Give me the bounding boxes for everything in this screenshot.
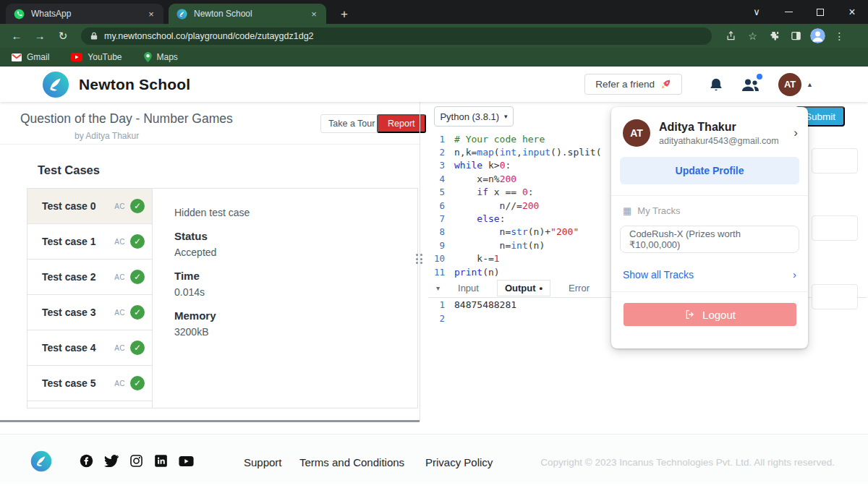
test-case-row[interactable]: Test case 0AC✓ (27, 189, 152, 224)
browser-profile-avatar[interactable] (809, 27, 827, 45)
site-header: Newton School Refer a friend AT ▲ (0, 67, 868, 102)
author-byline: by Aditya Thakur (75, 131, 139, 141)
youtube-icon[interactable] (179, 455, 194, 467)
bookmark-maps[interactable]: Maps (144, 52, 178, 62)
code-token: 200 (522, 200, 539, 211)
close-window-button[interactable]: × (836, 0, 868, 24)
youtube-icon (71, 53, 82, 61)
notification-dot (757, 74, 762, 80)
chevron-right-icon[interactable]: › (793, 126, 798, 140)
track-item[interactable]: CodeRush-X (Prizes worth ₹10,00,000) (620, 226, 799, 253)
test-case-row[interactable]: Test case 2AC✓ (27, 260, 152, 295)
instagram-icon[interactable] (129, 454, 143, 468)
accepted-check-icon: ✓ (130, 376, 145, 390)
minimize-icon (785, 12, 793, 12)
footer-link-support[interactable]: Support (244, 456, 282, 468)
line-number: 1 (428, 299, 454, 310)
verdict-label: AC (114, 273, 125, 281)
code-token: else (477, 213, 499, 224)
logout-icon (684, 309, 696, 320)
take-a-tour-button[interactable]: Take a Tour (320, 114, 383, 133)
verdict-label: AC (114, 344, 125, 352)
tab-input[interactable]: Input (458, 283, 479, 294)
code-token: n,k= (454, 147, 477, 158)
chevron-down-icon: ▾ (504, 113, 508, 120)
refer-label: Refer a friend (595, 79, 655, 90)
page-title: Question of the Day - Number Games (20, 111, 233, 127)
obscured-panel-fragment (812, 284, 858, 309)
report-button[interactable]: Report (377, 114, 426, 133)
time-label: Time (174, 270, 403, 282)
refer-a-friend-button[interactable]: Refer a friend (584, 74, 682, 95)
test-case-label: Test case 5 (42, 377, 95, 389)
maximize-button[interactable] (804, 0, 836, 24)
test-case-row[interactable]: Test case 4AC✓ (27, 330, 152, 366)
code-token: map (477, 147, 493, 158)
test-case-row[interactable]: Test case 1AC✓ (27, 224, 152, 260)
code-token (454, 213, 477, 224)
test-case-row[interactable]: Test case 5AC✓ (27, 366, 152, 401)
test-case-label: Test case 4 (42, 342, 95, 354)
menu-avatar: AT (623, 119, 650, 147)
browser-menu-kebab-icon[interactable]: ⋮ (830, 27, 848, 45)
footer-link-terms[interactable]: Terms and Conditions (299, 456, 404, 468)
linkedin-icon[interactable] (154, 454, 168, 468)
horizontal-scrollbar[interactable] (0, 420, 420, 422)
profile-email: adityathakur4543@gmail.com (659, 136, 779, 146)
logout-button[interactable]: Logout (624, 303, 796, 326)
profile-summary[interactable]: AT Aditya Thakur adityathakur4543@gmail.… (611, 107, 808, 147)
user-avatar[interactable]: AT (778, 73, 801, 96)
accepted-check-icon: ✓ (130, 341, 145, 355)
twitter-icon[interactable] (104, 455, 119, 467)
bookmark-youtube[interactable]: YouTube (71, 52, 122, 62)
share-icon[interactable] (722, 27, 740, 45)
forward-button[interactable]: → (30, 27, 49, 46)
code-token: print (454, 267, 482, 278)
test-case-label: Test case 0 (42, 200, 95, 212)
show-all-tracks-link[interactable]: Show all Tracks › (623, 268, 796, 281)
back-button[interactable]: ← (7, 27, 26, 46)
code-token: (n) (528, 240, 545, 251)
hidden-test-case-note: Hidden test case (174, 207, 403, 218)
my-tracks-label: My Tracks (637, 205, 680, 216)
community-people-button[interactable] (741, 77, 760, 92)
bookmark-label: Gmail (27, 52, 49, 62)
language-select[interactable]: Python (3.8.1) ▾ (434, 106, 514, 127)
new-tab-button[interactable]: + (336, 6, 353, 23)
panel-drag-handle[interactable] (416, 254, 422, 264)
minimize-button[interactable] (773, 0, 804, 24)
tab-close-icon[interactable]: × (308, 8, 320, 20)
tab-newton-school[interactable]: Newton School × (169, 4, 326, 24)
side-panel-icon[interactable] (787, 27, 805, 45)
footer-link-privacy[interactable]: Privacy Policy (425, 456, 493, 468)
reload-button[interactable]: ↻ (54, 27, 72, 46)
code-token: , (516, 147, 522, 158)
tab-close-icon[interactable]: × (145, 8, 157, 20)
tab-output[interactable]: Output• (497, 280, 550, 296)
update-profile-button[interactable]: Update Profile (620, 157, 799, 184)
test-case-row-partial[interactable]: ✓ (27, 401, 152, 408)
line-number: 10 (428, 253, 454, 264)
line-number: 1 (428, 134, 454, 145)
grid-icon: ▦ (623, 205, 631, 216)
test-case-row[interactable]: Test case 3AC✓ (27, 295, 152, 330)
facebook-icon[interactable] (80, 454, 93, 468)
bookmark-gmail[interactable]: Gmail (12, 52, 49, 62)
tab-search-chevron-icon[interactable]: ∨ (741, 0, 773, 24)
social-links (80, 454, 194, 468)
line-number: 4 (428, 174, 454, 184)
profile-name: Aditya Thakur (659, 121, 779, 134)
line-number: 3 (428, 160, 454, 171)
maps-icon (144, 52, 152, 62)
tab-whatsapp[interactable]: WhatsApp × (6, 4, 163, 24)
notification-bell-button[interactable] (709, 77, 723, 93)
address-bar[interactable]: my.newtonschool.co/playground/code/zutay… (81, 27, 712, 45)
console-collapse-icon[interactable]: ▾ (436, 284, 440, 292)
question-bar: Question of the Day - Number Games by Ad… (0, 102, 420, 145)
menu-divider (611, 195, 808, 196)
line-number: 7 (428, 213, 454, 224)
bookmark-star-icon[interactable]: ☆ (744, 27, 762, 45)
profile-menu-trigger[interactable]: AT ▲ (778, 73, 813, 96)
tab-error[interactable]: Error (569, 283, 590, 294)
extensions-puzzle-icon[interactable] (765, 27, 783, 45)
